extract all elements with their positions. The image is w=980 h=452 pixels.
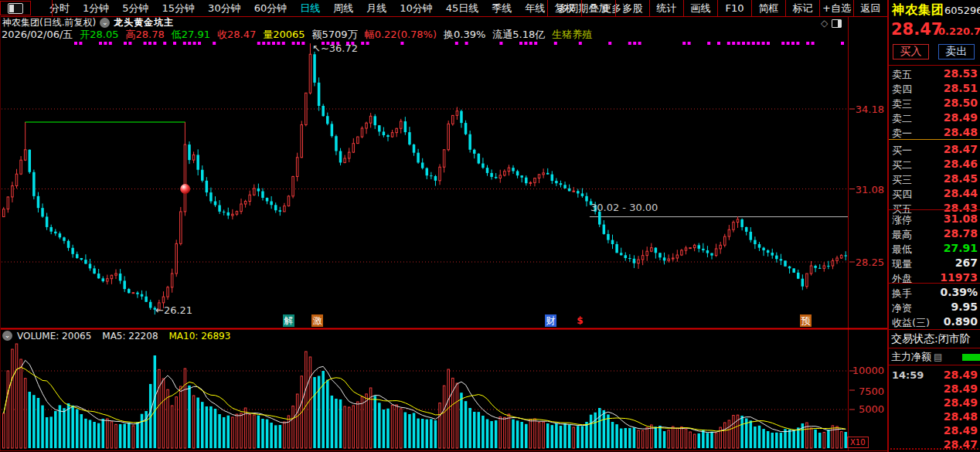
ask-row-5[interactable]: 卖五28.53 — [889, 66, 980, 81]
divider — [889, 348, 980, 348]
sell-button[interactable]: 卖出 — [938, 44, 975, 59]
bid-row-3-label: 买三 — [892, 173, 912, 187]
stat-row-value: 0.39% — [940, 286, 978, 298]
tick-price: 28.49 — [944, 424, 978, 437]
info-field-收: 收28.47 — [217, 28, 256, 42]
stock-name: 神农集团 — [892, 2, 944, 19]
price-axis-label: 31.08 — [850, 184, 884, 195]
bid-row-1-label: 买一 — [892, 144, 912, 158]
candlestick-chart-canvas[interactable] — [0, 0, 887, 452]
price-range-label: 30.02 - 30.00 — [590, 202, 658, 213]
ask-row-3-label: 卖三 — [892, 97, 912, 111]
stat-row-label: 换手 — [892, 287, 912, 301]
bid-row-4-label: 买四 — [892, 188, 912, 202]
stat-row[interactable]: 现量267 — [889, 256, 980, 270]
trading-terminal: 分时1分钟5分钟15分钟30分钟60分钟日线周线月线10分钟45日线季线年线多周… — [0, 0, 980, 452]
main-flow-label: 主力净额▤ — [891, 350, 942, 364]
volume-multiplier-badge: X10 — [847, 437, 869, 448]
info-field-量: 量20065 — [263, 28, 305, 42]
volume-axis-label: 5000 — [850, 403, 884, 415]
tick-price: 28.49 — [944, 382, 978, 395]
event-tag-解[interactable]: 解 — [283, 314, 294, 327]
stock-code: 605296 — [944, 5, 980, 16]
ask-row-2-label: 卖二 — [892, 112, 912, 126]
info-field-流通: 流通5.18亿 — [492, 28, 545, 42]
divider — [889, 65, 980, 66]
stat-row-value: 9.95 — [951, 301, 978, 313]
quote-panel: 神农集团 605296 28.47 0.22 0.78 买入 卖出 卖五28.5… — [887, 0, 980, 452]
event-tag-$[interactable]: $ — [574, 314, 586, 327]
stat-row-label: 涨停 — [892, 213, 912, 227]
ask-row-4[interactable]: 卖四28.51 — [889, 81, 980, 96]
stat-row[interactable]: 净资9.95 — [889, 300, 980, 314]
price-change: 0.22 — [938, 25, 963, 37]
bid-row-1[interactable]: 买一28.47 — [889, 142, 980, 157]
tick-row: 28.49 — [889, 423, 980, 437]
stat-row-label: 净资 — [892, 301, 912, 315]
list-icon[interactable]: ▤ — [934, 352, 942, 362]
last-price: 28.47 — [891, 20, 942, 39]
volume-pane-header: ⌄ VOLUME: 20065 MA5: 22208 MA10: 26893 — [2, 330, 241, 342]
stat-row[interactable]: 最高28.78 — [889, 226, 980, 241]
ma5-label: MA5: 22208 — [102, 331, 158, 342]
ask-row-5-value: 28.53 — [944, 67, 978, 80]
buy-button[interactable]: 买入 — [893, 44, 929, 59]
ask-row-1[interactable]: 卖一28.48 — [889, 125, 980, 140]
info-field-低: 低27.91 — [172, 28, 210, 42]
price-axis-label: 34.18 — [850, 104, 884, 115]
dotted-divider — [890, 448, 978, 450]
stat-row-label: 现量 — [892, 257, 912, 271]
bid-row-2[interactable]: 买二28.46 — [889, 157, 980, 172]
info-field-换: 换0.39% — [444, 28, 485, 42]
tick-row: 28.49 — [889, 382, 980, 396]
stat-row[interactable]: 涨停31.08 — [889, 212, 980, 226]
stat-row-value: 267 — [955, 257, 978, 269]
sector-label[interactable]: 生猪养殖 — [552, 28, 592, 42]
stat-row-value: 31.08 — [944, 212, 978, 225]
ask-row-4-value: 28.51 — [944, 82, 978, 94]
stat-row[interactable]: 换手0.39% — [889, 285, 980, 300]
stat-row[interactable]: 收益(三)0.890 — [889, 314, 980, 329]
bid-row-2-value: 28.46 — [944, 158, 978, 170]
bid-row-4[interactable]: 买四28.44 — [889, 186, 980, 201]
stat-row-label: 最高 — [892, 228, 912, 242]
period-low-label: ←26.21 — [155, 304, 192, 316]
info-field-高: 高28.78 — [126, 28, 165, 42]
chevron-down-circle-icon[interactable]: ⌄ — [2, 331, 12, 341]
event-tag-激[interactable]: 激 — [311, 314, 323, 327]
chart-corner-icons: ◇ — [821, 18, 842, 29]
ask-row-3[interactable]: 卖三28.50 — [889, 96, 980, 110]
tick-price: 28.48 — [944, 410, 978, 423]
ask-row-2[interactable]: 卖二28.49 — [889, 110, 980, 125]
volume-axis-label: 7500 — [850, 386, 884, 397]
stat-row[interactable]: 最低27.91 — [889, 241, 980, 256]
diamond-icon[interactable]: ◇ — [821, 18, 828, 29]
stat-row-value: 28.78 — [944, 227, 978, 240]
bid-row-3-value: 28.45 — [944, 172, 978, 185]
ohlc-info-line: 2026/02/06/五 开28.05高28.78低27.91收28.47量20… — [2, 29, 599, 40]
price-axis-label: 28.25 — [850, 257, 884, 268]
divider — [889, 329, 980, 330]
bid-row-4-value: 28.44 — [944, 187, 978, 199]
tick-price: 28.49 — [944, 396, 978, 409]
time-and-sales: 14:5928.4928.4928.4928.4828.4928.47 — [889, 365, 980, 365]
ask-row-1-value: 28.48 — [944, 126, 978, 138]
ask-row-3-value: 28.50 — [944, 97, 978, 109]
info-field-额: 额5709万 — [312, 28, 358, 42]
chevron-down-circle-icon[interactable]: ⌄ — [100, 18, 110, 28]
bid-row-3[interactable]: 买三28.45 — [889, 172, 980, 186]
tick-time: 14:59 — [892, 369, 924, 381]
ma10-label: MA10: 26893 — [169, 331, 231, 342]
tick-row: 28.49 — [889, 396, 980, 410]
stat-row-label: 最低 — [892, 243, 912, 257]
bid-row-1-value: 28.47 — [944, 143, 978, 155]
event-tag-预[interactable]: 预 — [800, 314, 812, 327]
mid-price-divider — [889, 139, 980, 140]
stat-row-label: 外盘 — [892, 272, 912, 286]
stat-row-value: 27.91 — [944, 242, 978, 254]
event-tag-财[interactable]: 财 — [545, 314, 556, 327]
tick-row: 14:5928.49 — [889, 368, 980, 382]
tick-row: 28.48 — [889, 410, 980, 423]
main-flow-bar — [962, 354, 980, 361]
pane-toggle-icon[interactable] — [832, 19, 842, 28]
